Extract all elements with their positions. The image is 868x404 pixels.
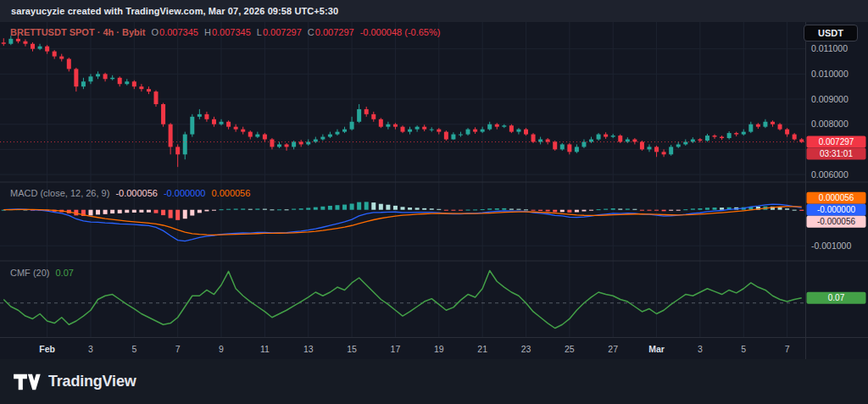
cmf-legend: CMF (20) 0.07	[10, 268, 74, 278]
svg-text:0.006000: 0.006000	[811, 169, 849, 180]
pane-separators[interactable]	[0, 182, 868, 338]
svg-text:Mar: Mar	[648, 344, 665, 354]
attribution-bar: sarayucyzie created with TradingView.com…	[0, 0, 868, 22]
ohlc-open-label: O	[152, 27, 159, 37]
chart-area: 0.0110000.0100000.0090000.0080000.006000…	[0, 22, 868, 359]
svg-text:19: 19	[434, 344, 444, 354]
svg-text:21: 21	[477, 344, 487, 354]
ohlc-close: C0.007297	[308, 27, 354, 37]
svg-text:11: 11	[260, 344, 270, 354]
brand-bar: TradingView	[0, 359, 868, 404]
svg-text:15: 15	[347, 344, 357, 354]
svg-text:03:31:01: 03:31:01	[820, 149, 853, 158]
macd-signal-line	[3, 207, 801, 235]
last-price-badge: 0.007297	[807, 136, 866, 148]
svg-text:17: 17	[391, 344, 401, 354]
svg-text:0.000056: 0.000056	[819, 193, 854, 202]
ohlc-open: O0.007345	[152, 27, 198, 37]
svg-text:-0.000056: -0.000056	[817, 217, 855, 226]
ohlc-low-label: L	[257, 27, 262, 37]
macd-title[interactable]: MACD (close, 12, 26, 9)	[10, 188, 109, 198]
svg-text:0.009000: 0.009000	[811, 94, 849, 104]
svg-text:0.010000: 0.010000	[811, 69, 849, 79]
cmf-line	[3, 271, 801, 329]
ohlc-high-value: 0.007345	[212, 27, 251, 37]
macd-signal-value: 0.000056	[211, 188, 250, 198]
svg-text:-0.001000: -0.001000	[811, 241, 851, 251]
svg-text:0.008000: 0.008000	[811, 119, 849, 129]
macd-axis-badge: -0.000000	[807, 204, 866, 216]
svg-text:9: 9	[219, 344, 224, 354]
cmf-value: 0.07	[55, 268, 73, 278]
macd-legend: MACD (close, 12, 26, 9) -0.000056 -0.000…	[10, 188, 250, 198]
svg-text:3: 3	[698, 344, 703, 354]
svg-text:7: 7	[785, 344, 790, 354]
svg-text:13: 13	[303, 344, 314, 354]
macd-axis-badge: -0.000056	[807, 216, 866, 228]
ohlc-low-value: 0.007297	[263, 27, 302, 37]
brand-name[interactable]: TradingView	[48, 373, 136, 390]
svg-text:0.007297: 0.007297	[819, 137, 854, 147]
ohlc-high-label: H	[204, 27, 211, 37]
svg-text:0.07: 0.07	[828, 293, 845, 302]
tradingview-logo-icon[interactable]	[12, 371, 41, 393]
svg-text:27: 27	[608, 344, 618, 354]
svg-text:5: 5	[741, 344, 746, 354]
macd-histogram-value: -0.000056	[115, 188, 158, 198]
tradingview-snapshot: sarayucyzie created with TradingView.com…	[0, 0, 868, 404]
symbol-title[interactable]: BRETTUSDT SPOT · 4h · Bybit	[10, 27, 146, 37]
macd-line-value: -0.000000	[164, 188, 206, 198]
ohlc-close-label: C	[308, 27, 314, 37]
price-legend: BRETTUSDT SPOT · 4h · Bybit O0.007345 H0…	[10, 27, 440, 37]
price-change: -0.000048 (-0.65%)	[360, 27, 441, 37]
ohlc-open-value: 0.007345	[159, 27, 198, 37]
ohlc-low: L0.007297	[257, 27, 302, 37]
macd-axis-badge: 0.000056	[807, 192, 866, 204]
svg-text:Feb: Feb	[39, 344, 55, 354]
svg-text:25: 25	[565, 344, 575, 354]
svg-text:5: 5	[131, 344, 136, 354]
svg-text:3: 3	[88, 344, 93, 354]
svg-text:7: 7	[175, 344, 181, 354]
macd-histogram	[2, 202, 804, 219]
svg-text:23: 23	[521, 344, 531, 354]
ohlc-high: H0.007345	[204, 27, 251, 37]
time-scale[interactable]: Feb3579111315171921232527Mar357	[39, 344, 789, 354]
svg-text:-0.000000: -0.000000	[817, 205, 855, 214]
grid	[0, 22, 805, 338]
cmf-title[interactable]: CMF (20)	[10, 268, 49, 278]
cmf-axis-badge: 0.07	[807, 292, 866, 304]
currency-toggle-button[interactable]: USDT	[804, 25, 858, 42]
bar-countdown-badge: 03:31:01	[807, 148, 866, 160]
svg-text:0.011000: 0.011000	[811, 43, 848, 53]
attribution-text: sarayucyzie created with TradingView.com…	[11, 6, 338, 16]
ohlc-close-value: 0.007297	[315, 27, 354, 37]
candlestick-series	[2, 35, 804, 167]
